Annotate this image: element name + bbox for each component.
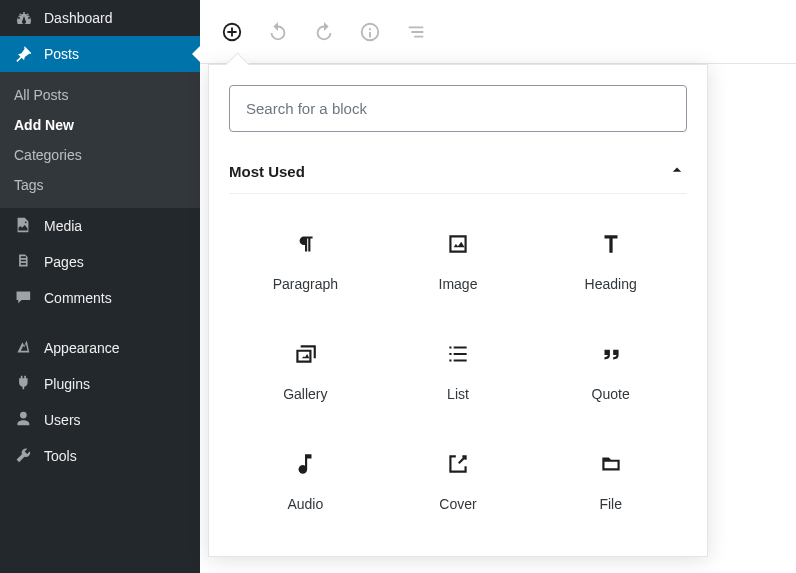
- block-label: List: [447, 386, 469, 402]
- block-label: Cover: [439, 496, 476, 512]
- block-item-gallery[interactable]: Gallery: [229, 316, 382, 426]
- inserter-section-most-used[interactable]: Most Used: [229, 160, 687, 194]
- heading-icon: [597, 230, 625, 258]
- sidebar-submenu-posts: All Posts Add New Categories Tags: [0, 72, 200, 208]
- admin-sidebar: Dashboard Posts All Posts Add New Catego…: [0, 0, 200, 573]
- sidebar-item-users[interactable]: Users: [0, 402, 200, 438]
- sidebar-item-appearance[interactable]: Appearance: [0, 330, 200, 366]
- sidebar-item-label: Appearance: [44, 340, 120, 356]
- users-icon: [14, 410, 34, 430]
- redo-button[interactable]: [312, 20, 336, 44]
- sidebar-item-media[interactable]: Media: [0, 208, 200, 244]
- add-block-button[interactable]: [220, 20, 244, 44]
- block-item-heading[interactable]: Heading: [534, 206, 687, 316]
- submenu-item-categories[interactable]: Categories: [0, 140, 200, 170]
- sidebar-item-dashboard[interactable]: Dashboard: [0, 0, 200, 36]
- block-item-cover[interactable]: Cover: [382, 426, 535, 536]
- pages-icon: [14, 252, 34, 272]
- sidebar-item-label: Plugins: [44, 376, 90, 392]
- sidebar-item-label: Posts: [44, 46, 79, 62]
- tools-icon: [14, 446, 34, 466]
- sidebar-item-label: Pages: [44, 254, 84, 270]
- block-label: Paragraph: [273, 276, 338, 292]
- list-icon: [444, 340, 472, 368]
- block-item-paragraph[interactable]: Paragraph: [229, 206, 382, 316]
- undo-button[interactable]: [266, 20, 290, 44]
- paragraph-icon: [291, 230, 319, 258]
- sidebar-item-tools[interactable]: Tools: [0, 438, 200, 474]
- block-item-audio[interactable]: Audio: [229, 426, 382, 536]
- sidebar-item-plugins[interactable]: Plugins: [0, 366, 200, 402]
- sidebar-item-pages[interactable]: Pages: [0, 244, 200, 280]
- block-label: File: [599, 496, 622, 512]
- block-label: Audio: [287, 496, 323, 512]
- submenu-item-all-posts[interactable]: All Posts: [0, 80, 200, 110]
- appearance-icon: [14, 338, 34, 358]
- sidebar-item-label: Dashboard: [44, 10, 113, 26]
- chevron-up-icon: [667, 160, 687, 183]
- block-search-input[interactable]: [229, 85, 687, 132]
- plugins-icon: [14, 374, 34, 394]
- gallery-icon: [291, 340, 319, 368]
- block-item-list[interactable]: List: [382, 316, 535, 426]
- pin-icon: [14, 44, 34, 64]
- block-label: Heading: [585, 276, 637, 292]
- editor-area: a block Most Used Paragraph Image Headin…: [200, 0, 796, 573]
- sidebar-item-posts[interactable]: Posts: [0, 36, 200, 72]
- sidebar-item-label: Users: [44, 412, 81, 428]
- block-item-image[interactable]: Image: [382, 206, 535, 316]
- image-icon: [444, 230, 472, 258]
- info-button[interactable]: [358, 20, 382, 44]
- editor-toolbar: [200, 0, 796, 64]
- audio-icon: [291, 450, 319, 478]
- block-label: Quote: [592, 386, 630, 402]
- block-item-quote[interactable]: Quote: [534, 316, 687, 426]
- submenu-item-add-new[interactable]: Add New: [0, 110, 200, 140]
- submenu-item-tags[interactable]: Tags: [0, 170, 200, 200]
- block-inserter-popover: Most Used Paragraph Image Heading Galler…: [208, 64, 708, 557]
- sidebar-item-label: Media: [44, 218, 82, 234]
- dashboard-icon: [14, 8, 34, 28]
- section-title: Most Used: [229, 163, 305, 180]
- sidebar-item-label: Comments: [44, 290, 112, 306]
- cover-icon: [444, 450, 472, 478]
- block-label: Image: [439, 276, 478, 292]
- block-label: Gallery: [283, 386, 327, 402]
- comments-icon: [14, 288, 34, 308]
- sidebar-item-comments[interactable]: Comments: [0, 280, 200, 316]
- media-icon: [14, 216, 34, 236]
- sidebar-item-label: Tools: [44, 448, 77, 464]
- quote-icon: [597, 340, 625, 368]
- outline-button[interactable]: [404, 20, 428, 44]
- blocks-grid: Paragraph Image Heading Gallery List Quo…: [229, 206, 687, 536]
- file-icon: [597, 450, 625, 478]
- block-item-file[interactable]: File: [534, 426, 687, 536]
